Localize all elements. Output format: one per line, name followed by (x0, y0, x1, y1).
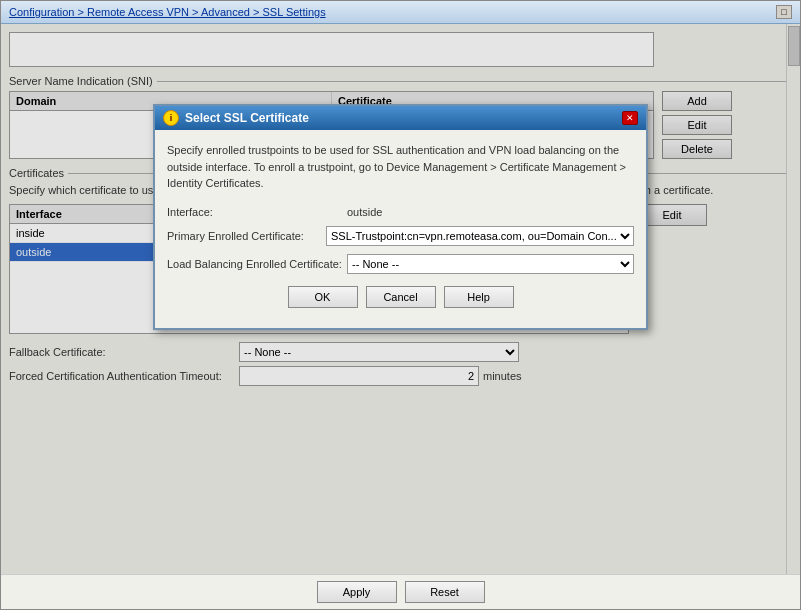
reset-button[interactable]: Reset (405, 581, 485, 603)
maximize-button[interactable]: □ (776, 5, 792, 19)
modal-body: Specify enrolled trustpoints to be used … (155, 130, 646, 328)
modal-primary-cert-label: Primary Enrolled Certificate: (167, 230, 326, 242)
modal-title-left: i Select SSL Certificate (163, 110, 309, 126)
modal-close-button[interactable]: ✕ (622, 111, 638, 125)
modal-description: Specify enrolled trustpoints to be used … (167, 142, 634, 192)
modal-interface-label: Interface: (167, 206, 347, 218)
modal-buttons: OK Cancel Help (167, 286, 634, 316)
modal-primary-cert-row: Primary Enrolled Certificate: SSL-Trustp… (167, 226, 634, 246)
modal-lb-cert-row: Load Balancing Enrolled Certificate: -- … (167, 254, 634, 274)
modal-lb-cert-select[interactable]: -- None -- (347, 254, 634, 274)
modal-lb-cert-label: Load Balancing Enrolled Certificate: (167, 258, 347, 270)
modal-overlay: i Select SSL Certificate ✕ Specify enrol… (1, 24, 800, 574)
modal-interface-row: Interface: outside (167, 206, 634, 218)
modal-primary-cert-select[interactable]: SSL-Trustpoint:cn=vpn.remoteasa.com, ou=… (326, 226, 634, 246)
modal-ok-button[interactable]: OK (288, 286, 358, 308)
modal-info-icon: i (163, 110, 179, 126)
modal-interface-value: outside (347, 206, 382, 218)
modal-title-bar: i Select SSL Certificate ✕ (155, 106, 646, 130)
modal-help-button[interactable]: Help (444, 286, 514, 308)
content-area: Server Name Indication (SNI) Domain Cert… (1, 24, 800, 574)
apply-button[interactable]: Apply (317, 581, 397, 603)
modal-dialog: i Select SSL Certificate ✕ Specify enrol… (153, 104, 648, 330)
main-window: Configuration > Remote Access VPN > Adva… (0, 0, 801, 610)
modal-title: Select SSL Certificate (185, 111, 309, 125)
title-bar: Configuration > Remote Access VPN > Adva… (1, 1, 800, 24)
bottom-bar: Apply Reset (1, 574, 800, 609)
title-bar-controls: □ (776, 5, 792, 19)
modal-cancel-button[interactable]: Cancel (366, 286, 436, 308)
breadcrumb: Configuration > Remote Access VPN > Adva… (9, 6, 326, 18)
